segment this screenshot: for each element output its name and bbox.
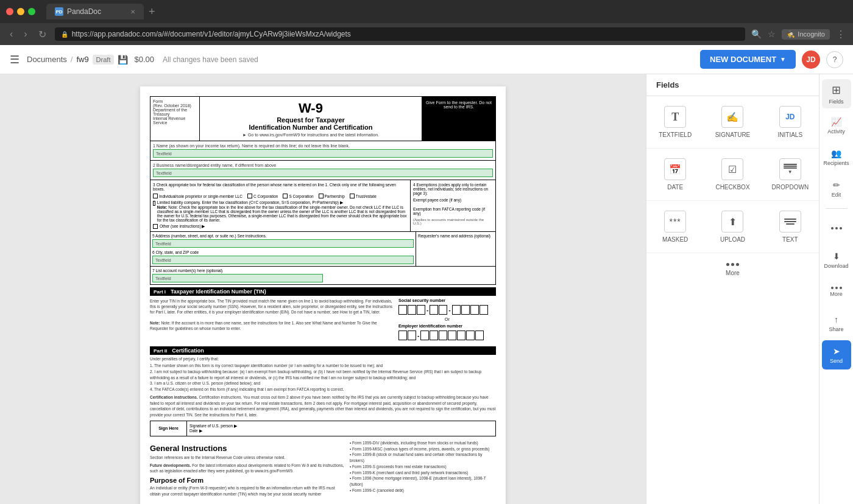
back-button[interactable]: ‹ xyxy=(7,29,15,40)
requester-area: Requester's name and address (optional) xyxy=(416,232,495,266)
search-icon[interactable]: 🔍 xyxy=(751,29,762,39)
general-left: General Instructions Section references … xyxy=(150,440,345,499)
breadcrumb-separator: / xyxy=(71,55,73,64)
wore-icon-label: More xyxy=(830,291,843,297)
text-label: TEXT xyxy=(782,236,798,243)
line3-label: 3 Check appropriate box for federal tax … xyxy=(153,183,408,191)
cb-llc[interactable] xyxy=(153,201,155,206)
sidebar-item-edit[interactable]: ✏ Edit xyxy=(822,174,851,203)
form-irs: Internal Revenue Service xyxy=(153,116,197,125)
w9-instructions: ► Go to www.irs.gov/FormW9 for instructi… xyxy=(204,133,418,137)
minimize-button[interactable] xyxy=(17,8,24,15)
sidebar-item-recipients[interactable]: 👥 Recipients xyxy=(822,142,851,172)
sidebar-item-download[interactable]: ⬇ Download xyxy=(822,245,851,275)
bookmark-icon[interactable]: ☆ xyxy=(768,29,776,39)
line5-field[interactable]: Textfield xyxy=(152,239,414,248)
w9-heading1: Request for Taxpayer xyxy=(204,116,418,124)
cb-scorp[interactable]: S Corporation xyxy=(283,194,313,198)
sidebar-item-share[interactable]: ↑ Share xyxy=(822,309,851,338)
cb-other[interactable] xyxy=(153,224,158,229)
part2-header: Part II Certification xyxy=(150,346,496,355)
sidebar-item-more-dots[interactable] xyxy=(822,214,851,243)
activity-icon-label: Activity xyxy=(827,128,845,135)
ein-field[interactable]: - xyxy=(398,331,496,340)
main-layout: Form (Rev. October 2018) Department of t… xyxy=(0,74,853,504)
general-title: General Instructions xyxy=(150,444,345,453)
initials-icon: JD xyxy=(779,106,801,128)
ssn-field[interactable]: - - xyxy=(398,305,496,315)
cb-trust[interactable]: Trust/estate xyxy=(350,194,377,198)
tin-area: Social security number - - xyxy=(398,298,496,343)
purpose-title: Purpose of Form xyxy=(150,477,345,484)
breadcrumb: Documents / fw9 Draft 💾 $0.00 All change… xyxy=(27,55,258,65)
dropdown-arrow-icon: ▼ xyxy=(780,56,786,63)
line2-row: 2 Business name/disregarded entity name,… xyxy=(150,161,496,180)
field-item-dropdown[interactable]: ▼ DROPDOWN xyxy=(762,149,819,201)
wore-icon xyxy=(831,287,842,289)
document-page: Form (Rev. October 2018) Department of t… xyxy=(140,86,506,504)
hamburger-menu-icon[interactable]: ☰ xyxy=(10,53,19,66)
user-avatar[interactable]: JD xyxy=(802,51,820,69)
document-area[interactable]: Form (Rev. October 2018) Department of t… xyxy=(0,74,646,504)
signature-icon: ✍ xyxy=(721,106,743,128)
browser-menu-button[interactable]: ⋮ xyxy=(836,29,846,40)
new-document-button[interactable]: NEW DOCUMENT ▼ xyxy=(700,50,796,69)
field-item-date[interactable]: 📅 DATE xyxy=(646,149,704,201)
more-icon xyxy=(726,263,739,266)
w9-header: Form (Rev. October 2018) Department of t… xyxy=(150,96,496,141)
draft-badge: Draft xyxy=(93,55,115,65)
right-panel: Fields T TEXTFIELD ✍ SIGNATURE JD INITIA… xyxy=(646,74,853,504)
part1-header: Part I Taxpayer Identification Number (T… xyxy=(150,287,496,296)
close-button[interactable] xyxy=(6,8,13,15)
initials-label: INITIALS xyxy=(778,131,803,138)
documents-link[interactable]: Documents xyxy=(27,55,67,64)
more-item[interactable]: More xyxy=(646,253,819,286)
masked-label: MASKED xyxy=(662,236,688,243)
upload-icon: ⬆ xyxy=(721,211,743,233)
fields-panel: Fields T TEXTFIELD ✍ SIGNATURE JD INITIA… xyxy=(646,74,819,504)
browser-chrome: PD PandaDoc ✕ + xyxy=(0,0,853,23)
bullet-list: • Form 1099-DIV (dividends, including th… xyxy=(350,440,496,494)
help-button[interactable]: ? xyxy=(826,51,843,68)
tab-close-button[interactable]: ✕ xyxy=(130,9,135,15)
traffic-lights xyxy=(6,8,35,15)
fields-panel-header: Fields xyxy=(646,74,819,96)
field-item-masked[interactable]: *** MASKED xyxy=(646,201,704,253)
line1-field[interactable]: Textfield xyxy=(153,149,493,158)
field-item-signature[interactable]: ✍ SIGNATURE xyxy=(704,96,761,149)
cb-ccorp[interactable]: C Corporation xyxy=(247,194,278,198)
general-instructions-area: General Instructions Section references … xyxy=(150,440,496,499)
part1-content: Enter your TIN in the appropriate box. T… xyxy=(150,298,496,343)
lines-3-4: 3 Check appropriate box for federal tax … xyxy=(150,180,496,232)
share-icon-label: Share xyxy=(829,326,843,332)
field-item-text[interactable]: TEXT xyxy=(762,201,819,253)
tab-title: PandaDoc xyxy=(67,7,101,16)
field-item-checkbox[interactable]: ☑ CHECKBOX xyxy=(704,149,761,201)
fullscreen-button[interactable] xyxy=(28,8,35,15)
field-item-upload[interactable]: ⬆ UPLOAD xyxy=(704,201,761,253)
incognito-icon: 🕵 xyxy=(787,30,795,38)
browser-tab[interactable]: PD PandaDoc ✕ xyxy=(46,4,144,19)
field-item-initials[interactable]: JD INITIALS xyxy=(762,96,819,149)
download-icon-label: Download xyxy=(824,263,848,269)
url-bar[interactable]: 🔒 https://app.pandadoc.com/a/#/document/… xyxy=(55,27,746,41)
fields-icon: ⊞ xyxy=(832,83,841,97)
line7-field[interactable]: Textfield xyxy=(152,274,323,282)
sidebar-item-activity[interactable]: 📈 Activity xyxy=(822,111,851,140)
cb-partnership[interactable]: Partnership xyxy=(319,194,345,198)
sidebar-item-send[interactable]: ➤ Send xyxy=(822,340,851,369)
forward-button[interactable]: › xyxy=(21,29,29,40)
new-tab-button[interactable]: + xyxy=(144,5,160,18)
sidebar-item-wore[interactable]: More xyxy=(822,277,851,306)
w9-give-form: Give Form to the requester. Do not send … xyxy=(422,97,495,141)
other-row: Other (see instructions) ▶ xyxy=(153,224,408,229)
sidebar-item-fields[interactable]: ⊞ Fields xyxy=(822,79,851,108)
sign-right: Signature of U.S. person ▶ Date ▶ xyxy=(187,421,495,436)
masked-icon: *** xyxy=(664,211,686,233)
line2-field[interactable]: Textfield xyxy=(153,169,493,177)
line6-field[interactable]: Textfield xyxy=(152,256,414,264)
cb-individual[interactable]: Individual/sole proprietor or single-mem… xyxy=(153,194,242,198)
field-item-textfield[interactable]: T TEXTFIELD xyxy=(646,96,704,149)
refresh-button[interactable]: ↻ xyxy=(36,29,49,40)
textfield-label: TEXTFIELD xyxy=(659,131,692,138)
